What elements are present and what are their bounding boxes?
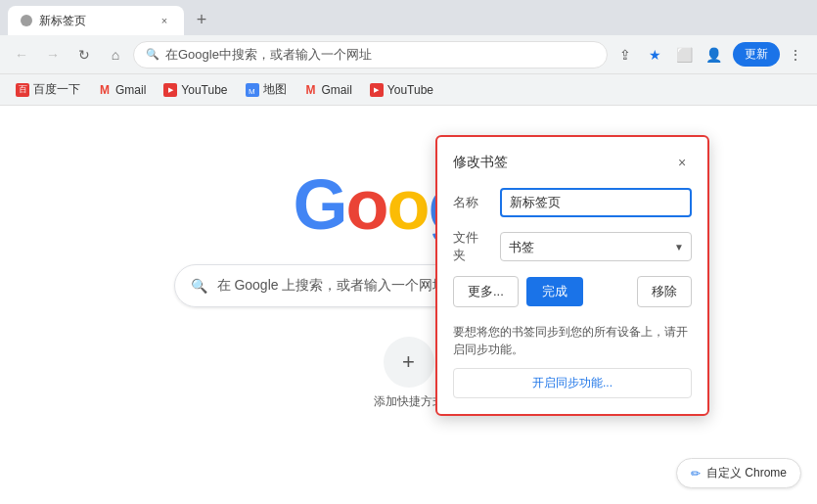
- bookmark-gmail-1-label: Gmail: [115, 83, 146, 97]
- menu-button[interactable]: ⋮: [782, 41, 809, 69]
- remove-button[interactable]: 移除: [637, 276, 692, 307]
- sync-link-bar: 开启同步功能...: [453, 368, 692, 398]
- tab-title: 新标签页: [39, 13, 151, 29]
- svg-point-0: [21, 15, 32, 26]
- bookmark-gmail-1[interactable]: M Gmail: [90, 79, 154, 101]
- bookmark-baidu-label: 百度一下: [33, 81, 80, 98]
- address-bar[interactable]: 🔍 在Google中搜索，或者输入一个网址: [133, 41, 608, 69]
- more-button[interactable]: 更多...: [453, 276, 519, 307]
- dialog-folder-select[interactable]: 书签: [500, 232, 692, 261]
- done-button[interactable]: 完成: [526, 277, 583, 306]
- bookmarks-bar: 百 百度一下 M Gmail ▶ YouTube M 地图 M Gmail ▶ …: [0, 74, 817, 106]
- tab-bar: 新标签页 × +: [0, 0, 817, 35]
- forward-button[interactable]: →: [39, 41, 67, 69]
- baidu-icon: 百: [16, 83, 29, 97]
- reload-button[interactable]: ↻: [70, 41, 98, 69]
- new-tab-button[interactable]: +: [188, 6, 215, 33]
- bookmark-icon: ★: [649, 47, 661, 63]
- dialog-name-input[interactable]: [500, 188, 692, 217]
- dialog-header: 修改书签 ×: [453, 153, 692, 172]
- youtube-icon-2: ▶: [370, 83, 384, 97]
- search-icon: 🔍: [146, 48, 159, 61]
- bookmark-maps[interactable]: M 地图: [238, 77, 295, 102]
- dialog-overlay: 修改书签 × 名称 文件夹 书签 ▼: [0, 106, 817, 504]
- forward-icon: →: [46, 47, 60, 63]
- share-icon: ⇪: [619, 47, 631, 63]
- active-tab[interactable]: 新标签页 ×: [8, 6, 184, 35]
- bookmark-youtube-1-label: YouTube: [181, 83, 227, 97]
- dialog-folder-label: 文件夹: [453, 229, 490, 264]
- youtube-icon-1: ▶: [163, 83, 177, 97]
- dialog-folder-row: 文件夹 书签 ▼: [453, 229, 692, 264]
- bookmark-gmail-2-label: Gmail: [322, 83, 352, 97]
- maps-icon: M: [246, 83, 259, 97]
- extension-button[interactable]: ⬜: [670, 41, 698, 69]
- bookmark-dialog: 修改书签 × 名称 文件夹 书签 ▼: [435, 135, 709, 416]
- reload-icon: ↻: [78, 47, 90, 63]
- dialog-name-row: 名称: [453, 188, 692, 217]
- back-icon: ←: [15, 47, 28, 63]
- update-button[interactable]: 更新: [733, 42, 780, 67]
- address-text: 在Google中搜索，或者输入一个网址: [165, 46, 595, 64]
- bookmark-button[interactable]: ★: [641, 41, 668, 69]
- dialog-actions: 更多... 完成 移除: [453, 276, 692, 307]
- browser-frame: 新标签页 × + ← → ↻ ⌂ 🔍 在Google中搜索，或者输入一个网址 ⇪…: [0, 0, 817, 504]
- dialog-name-label: 名称: [453, 194, 490, 211]
- dialog-folder-select-wrapper: 书签 ▼: [500, 232, 692, 261]
- nav-bar: ← → ↻ ⌂ 🔍 在Google中搜索，或者输入一个网址 ⇪ ★ ⬜ 👤: [0, 35, 817, 74]
- bookmark-maps-label: 地图: [263, 81, 287, 98]
- bookmark-youtube-1[interactable]: ▶ YouTube: [156, 79, 235, 101]
- home-icon: ⌂: [112, 47, 119, 63]
- profile-button[interactable]: 👤: [700, 41, 727, 69]
- dialog-sync-text: 要想将您的书签同步到您的所有设备上，请开启同步功能。: [453, 323, 692, 358]
- dialog-close-button[interactable]: ×: [672, 153, 692, 172]
- bookmark-youtube-2-label: YouTube: [387, 83, 433, 97]
- home-button[interactable]: ⌂: [102, 41, 129, 69]
- nav-right-actions: ⇪ ★ ⬜ 👤 更新 ⋮: [612, 41, 809, 69]
- bookmark-gmail-2[interactable]: M Gmail: [296, 79, 360, 101]
- profile-icon: 👤: [705, 47, 722, 63]
- page-content: Google 🔍 在 Google 上搜索，或者输入一个网址 🎤 + 添加快捷方…: [0, 106, 817, 504]
- share-button[interactable]: ⇪: [612, 41, 639, 69]
- back-button[interactable]: ←: [8, 41, 35, 69]
- dialog-title: 修改书签: [453, 154, 508, 171]
- extension-icon: ⬜: [676, 47, 693, 63]
- bookmark-youtube-2[interactable]: ▶ YouTube: [362, 79, 441, 101]
- tab-favicon: [20, 14, 33, 27]
- menu-icon: ⋮: [789, 47, 802, 63]
- svg-text:M: M: [249, 87, 255, 96]
- gmail-icon-1: M: [98, 83, 112, 97]
- bookmark-baidu[interactable]: 百 百度一下: [8, 77, 88, 102]
- gmail-icon-2: M: [304, 83, 318, 97]
- tab-close-button[interactable]: ×: [157, 13, 172, 28]
- sync-link[interactable]: 开启同步功能...: [532, 375, 613, 391]
